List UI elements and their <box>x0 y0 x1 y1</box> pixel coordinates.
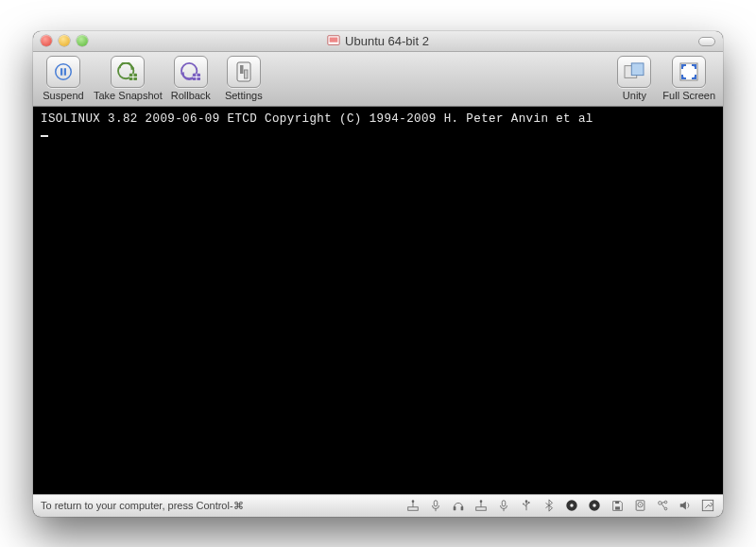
svg-rect-17 <box>244 70 248 78</box>
svg-rect-3 <box>60 68 62 76</box>
nic1-icon[interactable] <box>405 498 421 513</box>
rollback-icon <box>180 62 201 81</box>
floppy-icon[interactable] <box>610 498 625 513</box>
nic2-icon[interactable] <box>473 498 489 513</box>
svg-rect-31 <box>461 506 464 510</box>
toolbar-toggle[interactable] <box>698 37 715 46</box>
svg-point-34 <box>480 500 483 503</box>
unity-button[interactable]: Unity <box>611 56 657 101</box>
zoom-button[interactable] <box>77 35 88 46</box>
svg-point-42 <box>570 504 574 507</box>
suspend-label: Suspend <box>43 90 83 101</box>
headphones-icon[interactable] <box>451 498 466 513</box>
svg-rect-1 <box>330 38 338 43</box>
shared-folder-icon[interactable] <box>655 498 670 513</box>
settings-icon <box>235 61 252 82</box>
take-snapshot-label: Take Snapshot <box>94 90 163 101</box>
suspend-button[interactable]: Suspend <box>41 56 86 101</box>
fullscreen-label: Full Screen <box>662 90 715 101</box>
svg-point-49 <box>639 504 640 504</box>
tools-icon[interactable] <box>700 498 715 513</box>
svg-point-2 <box>56 64 72 80</box>
console-line: ISOLINUX 3.82 2009-06-09 ETCD Copyright … <box>41 112 593 126</box>
vm-window: Ubuntu 64-bit 2 Suspend T <box>33 31 723 517</box>
rollback-label: Rollback <box>171 90 211 101</box>
fullscreen-icon <box>679 62 698 81</box>
settings-button[interactable]: Settings <box>221 56 266 101</box>
vm-console[interactable]: ISOLINUX 3.82 2009-06-09 ETCD Copyright … <box>33 107 723 494</box>
svg-rect-45 <box>615 506 620 509</box>
svg-point-40 <box>523 503 524 504</box>
svg-rect-4 <box>64 68 66 76</box>
usb-icon[interactable] <box>519 498 534 513</box>
svg-point-51 <box>664 501 667 504</box>
window-title: Ubuntu 64-bit 2 <box>345 34 429 48</box>
cd1-icon[interactable] <box>564 498 579 513</box>
svg-point-52 <box>664 507 667 510</box>
fullscreen-button[interactable]: Full Screen <box>662 56 715 101</box>
mic-icon[interactable] <box>428 498 443 513</box>
snapshot-icon <box>117 62 138 81</box>
svg-point-50 <box>659 502 662 505</box>
status-bar: To return to your computer, press Contro… <box>33 494 723 517</box>
svg-rect-35 <box>502 501 506 506</box>
svg-rect-32 <box>476 507 487 511</box>
toolbar: Suspend Take Snapshot Rollback <box>33 52 723 107</box>
mic2-icon[interactable] <box>496 498 511 513</box>
settings-label: Settings <box>225 90 263 101</box>
bluetooth-icon[interactable] <box>541 498 557 513</box>
take-snapshot-button[interactable]: Take Snapshot <box>94 56 163 101</box>
cursor <box>41 135 48 137</box>
svg-rect-39 <box>528 502 530 504</box>
svg-line-54 <box>662 504 664 507</box>
status-icons <box>405 498 715 513</box>
svg-rect-25 <box>408 507 419 511</box>
svg-rect-30 <box>454 506 456 510</box>
sound-icon[interactable] <box>678 498 693 513</box>
svg-rect-16 <box>240 65 244 74</box>
titlebar: Ubuntu 64-bit 2 <box>33 31 723 52</box>
svg-marker-55 <box>680 502 686 510</box>
vm-icon <box>327 34 340 47</box>
svg-rect-19 <box>632 63 644 76</box>
release-hint: To return to your computer, press Contro… <box>41 500 244 512</box>
svg-line-53 <box>662 503 664 504</box>
rollback-button[interactable]: Rollback <box>168 56 214 101</box>
svg-point-44 <box>593 504 596 507</box>
cd2-icon[interactable] <box>587 498 602 513</box>
window-controls <box>41 35 88 46</box>
pause-icon <box>55 63 72 80</box>
svg-rect-28 <box>434 501 438 506</box>
svg-rect-0 <box>328 36 339 45</box>
unity-label: Unity <box>623 90 646 101</box>
svg-rect-46 <box>615 501 619 503</box>
svg-point-27 <box>412 500 415 503</box>
unity-icon <box>624 62 644 81</box>
close-button[interactable] <box>41 35 52 46</box>
hdd-icon[interactable] <box>632 498 647 513</box>
minimize-button[interactable] <box>59 35 70 46</box>
